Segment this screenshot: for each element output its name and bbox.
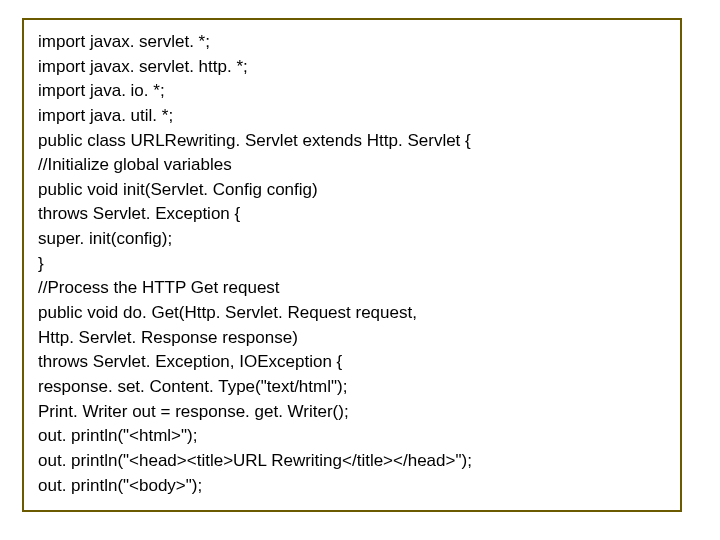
code-line: //Process the HTTP Get request [38, 276, 666, 301]
code-line: Http. Servlet. Response response) [38, 326, 666, 351]
code-line: response. set. Content. Type("text/html"… [38, 375, 666, 400]
code-line: import java. io. *; [38, 79, 666, 104]
code-line: import javax. servlet. http. *; [38, 55, 666, 80]
code-line: public void init(Servlet. Config config) [38, 178, 666, 203]
code-line: } [38, 252, 666, 277]
code-box: import javax. servlet. *; import javax. … [22, 18, 682, 512]
code-line: super. init(config); [38, 227, 666, 252]
code-line: import java. util. *; [38, 104, 666, 129]
code-line: out. println("<head><title>URL Rewriting… [38, 449, 666, 474]
code-line: public void do. Get(Http. Servlet. Reque… [38, 301, 666, 326]
code-line: import javax. servlet. *; [38, 30, 666, 55]
code-line: Print. Writer out = response. get. Write… [38, 400, 666, 425]
code-line: out. println("<body>"); [38, 474, 666, 499]
code-line: throws Servlet. Exception { [38, 202, 666, 227]
slide-container: import javax. servlet. *; import javax. … [0, 0, 720, 540]
code-line: out. println("<html>"); [38, 424, 666, 449]
code-line: //Initialize global variables [38, 153, 666, 178]
code-line: public class URLRewriting. Servlet exten… [38, 129, 666, 154]
code-line: throws Servlet. Exception, IOException { [38, 350, 666, 375]
